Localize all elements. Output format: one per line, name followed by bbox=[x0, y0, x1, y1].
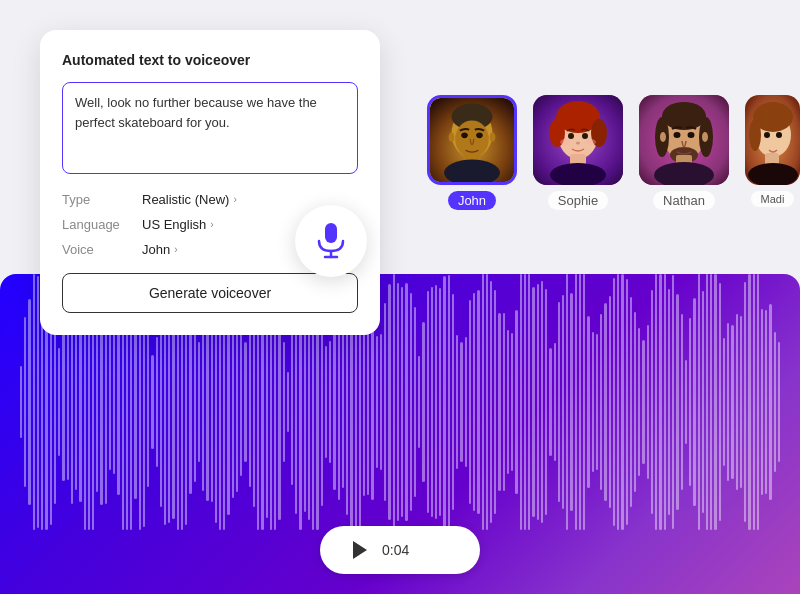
language-selector[interactable]: US English › bbox=[142, 217, 214, 232]
avatar-nathan bbox=[639, 95, 729, 185]
svg-point-33 bbox=[702, 132, 708, 142]
time-display: 0:04 bbox=[382, 542, 409, 558]
play-icon bbox=[353, 541, 367, 559]
svg-point-9 bbox=[490, 133, 496, 142]
avatar-john bbox=[427, 95, 517, 185]
voice-label-sophie: Sophie bbox=[548, 191, 608, 210]
voice-chevron: › bbox=[174, 244, 177, 255]
svg-point-7 bbox=[476, 133, 483, 139]
svg-point-20 bbox=[560, 139, 570, 145]
type-row: Type Realistic (New) › bbox=[62, 192, 358, 207]
mic-icon bbox=[316, 223, 346, 259]
svg-point-19 bbox=[576, 142, 580, 145]
svg-point-17 bbox=[568, 133, 574, 139]
voice-label: Voice bbox=[62, 242, 142, 257]
type-chevron: › bbox=[233, 194, 236, 205]
voice-card-sophie[interactable]: Sophie bbox=[533, 95, 623, 210]
generate-button[interactable]: Generate voiceover bbox=[62, 273, 358, 313]
voice-card-nathan[interactable]: Nathan bbox=[639, 95, 729, 210]
avatar-madi bbox=[745, 95, 800, 185]
voice-card-madi[interactable]: Madi bbox=[745, 95, 800, 210]
svg-point-6 bbox=[461, 133, 468, 139]
svg-point-30 bbox=[674, 132, 681, 138]
voice-label-madi: Madi bbox=[751, 191, 795, 207]
svg-point-18 bbox=[582, 133, 588, 139]
text-area-wrapper[interactable]: Well, look no further because we have th… bbox=[62, 82, 358, 174]
svg-point-31 bbox=[688, 132, 695, 138]
text-input[interactable]: Well, look no further because we have th… bbox=[75, 93, 345, 163]
svg-point-37 bbox=[749, 119, 761, 151]
svg-point-40 bbox=[764, 132, 770, 138]
voice-card-john[interactable]: John bbox=[427, 95, 517, 210]
svg-point-8 bbox=[449, 133, 455, 142]
voices-row: John bbox=[407, 95, 800, 210]
voice-selector[interactable]: John › bbox=[142, 242, 178, 257]
language-chevron: › bbox=[210, 219, 213, 230]
svg-rect-42 bbox=[325, 223, 337, 243]
language-label: Language bbox=[62, 217, 142, 232]
voiceover-panel: Automated text to voiceover Well, look n… bbox=[40, 30, 380, 335]
type-selector[interactable]: Realistic (New) › bbox=[142, 192, 237, 207]
svg-point-21 bbox=[586, 139, 596, 145]
voice-label-john: John bbox=[448, 191, 496, 210]
mic-button[interactable] bbox=[295, 205, 367, 277]
type-label: Type bbox=[62, 192, 142, 207]
play-button[interactable] bbox=[344, 536, 372, 564]
svg-point-24 bbox=[662, 102, 706, 130]
svg-point-32 bbox=[660, 132, 666, 142]
playback-bar: 0:04 bbox=[320, 526, 480, 574]
avatar-sophie bbox=[533, 95, 623, 185]
voice-label-nathan: Nathan bbox=[653, 191, 715, 210]
panel-title: Automated text to voiceover bbox=[62, 52, 358, 68]
svg-point-41 bbox=[776, 132, 782, 138]
svg-point-5 bbox=[444, 160, 500, 185]
